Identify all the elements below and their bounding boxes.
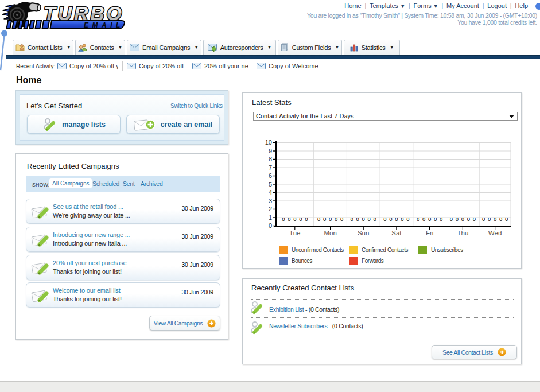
svg-text:0: 0 — [494, 216, 496, 222]
svg-text:6: 6 — [269, 172, 272, 179]
svg-text:10: 10 — [265, 139, 272, 146]
svg-text:0: 0 — [305, 216, 308, 222]
svg-text:0: 0 — [395, 216, 398, 222]
svg-text:4: 4 — [269, 189, 272, 196]
svg-text:0: 0 — [368, 216, 371, 222]
svg-text:0: 0 — [401, 216, 403, 222]
svg-text:0: 0 — [329, 216, 332, 222]
svg-text:1: 1 — [269, 214, 272, 221]
svg-text:0: 0 — [406, 216, 409, 222]
svg-text:0: 0 — [356, 216, 359, 222]
svg-text:0: 0 — [282, 216, 285, 222]
svg-text:0: 0 — [417, 216, 419, 222]
svg-text:9: 9 — [269, 148, 272, 154]
svg-text:Mon: Mon — [324, 230, 336, 236]
svg-text:Thu: Thu — [457, 230, 468, 236]
svg-text:0: 0 — [422, 216, 425, 222]
svg-text:0: 0 — [340, 216, 343, 222]
svg-text:5: 5 — [269, 181, 272, 188]
svg-text:Sun: Sun — [358, 230, 369, 236]
svg-text:3: 3 — [269, 197, 272, 204]
svg-text:8: 8 — [269, 156, 272, 162]
svg-text:TURBO: TURBO — [44, 2, 122, 24]
svg-text:0: 0 — [440, 216, 442, 222]
svg-text:Sat: Sat — [391, 230, 402, 236]
svg-text:0: 0 — [389, 216, 392, 222]
svg-text:0: 0 — [299, 216, 302, 222]
svg-text:0: 0 — [269, 222, 272, 229]
svg-text:0: 0 — [317, 216, 320, 222]
svg-text:0: 0 — [450, 216, 453, 222]
svg-text:0: 0 — [362, 216, 365, 222]
svg-text:0: 0 — [488, 216, 491, 222]
svg-text:Fri: Fri — [426, 230, 433, 236]
svg-text:0: 0 — [473, 216, 476, 222]
svg-text:0: 0 — [505, 216, 508, 222]
svg-text:Wed: Wed — [488, 230, 502, 236]
svg-text:0: 0 — [335, 216, 337, 222]
svg-text:0: 0 — [293, 216, 296, 222]
svg-text:7: 7 — [269, 164, 272, 171]
svg-text:0: 0 — [351, 216, 353, 222]
svg-text:0: 0 — [288, 216, 290, 222]
svg-text:0: 0 — [467, 216, 470, 222]
svg-text:0: 0 — [383, 216, 386, 222]
svg-text:0: 0 — [499, 216, 502, 222]
svg-text:0: 0 — [434, 216, 437, 222]
svg-text:0: 0 — [428, 216, 431, 222]
svg-text:0: 0 — [374, 216, 376, 222]
svg-text:0: 0 — [482, 216, 485, 222]
svg-text:0: 0 — [456, 216, 459, 222]
svg-text:0: 0 — [461, 216, 464, 222]
svg-text:2: 2 — [269, 205, 272, 212]
svg-text:Tue: Tue — [289, 230, 300, 236]
svg-text:0: 0 — [323, 216, 326, 222]
